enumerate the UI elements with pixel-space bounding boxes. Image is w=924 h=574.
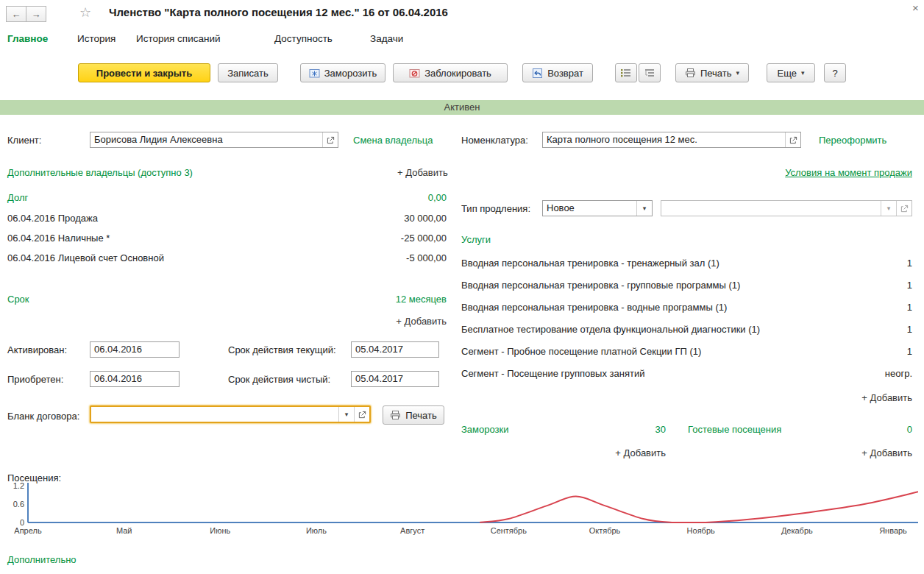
service-name: Бесплатное тестирование отдела функциона… (461, 324, 760, 335)
open-icon[interactable] (785, 132, 800, 147)
freezes-title[interactable]: Заморозки (461, 424, 508, 435)
svg-text:Ноябрь: Ноябрь (687, 526, 715, 535)
contract-form-combobox[interactable]: ▾ (90, 405, 371, 423)
contract-form-label: Бланк договора: (7, 411, 79, 422)
nomenclature-field[interactable]: Карта полного посещения 12 мес. (542, 132, 801, 148)
membership-card-window: ← → ☆ Членство "Карта полного посещения … (0, 0, 924, 574)
renewal-secondary-value (661, 201, 881, 216)
renewal-secondary-combobox[interactable]: ▾ (661, 200, 912, 216)
service-qty: неогр. (885, 368, 912, 379)
debt-row-amount: -5 000,00 (406, 252, 447, 263)
freeze-button[interactable]: Заморозить (300, 63, 385, 82)
service-qty: 1 (907, 324, 912, 335)
renewal-type-value: Новое (543, 201, 636, 216)
list-icon (620, 68, 632, 78)
debt-row-amount: -25 000,00 (401, 233, 447, 244)
page-title: Членство "Карта полного посещения 12 мес… (109, 6, 448, 18)
block-button[interactable]: Заблокировать (393, 63, 508, 82)
purchased-field[interactable]: 06.04.2016 (90, 371, 180, 387)
status-text: Активен (444, 102, 480, 113)
svg-text:Июнь: Июнь (210, 526, 230, 535)
nomenclature-label: Номенклатура: (461, 135, 528, 146)
term-title[interactable]: Срок (7, 294, 29, 305)
service-row[interactable]: Бесплатное тестирование отдела функциона… (461, 324, 912, 335)
client-field[interactable]: Борисова Лидия Алексеевна (90, 132, 338, 148)
tab-glavnoe[interactable]: Главное (7, 33, 48, 44)
valid-current-label: Срок действия текущий: (228, 344, 336, 355)
open-icon[interactable] (322, 132, 338, 147)
tab-dostupnost[interactable]: Доступность (274, 33, 333, 44)
renewal-type-combobox[interactable]: Новое ▾ (542, 200, 653, 216)
svg-text:0.6: 0.6 (13, 500, 24, 509)
refund-icon (532, 68, 543, 79)
debt-row-name: 06.04.2016 Наличные * (7, 233, 110, 244)
reissue-link[interactable]: Переоформить (819, 135, 886, 146)
more-button[interactable]: Еще ▾ (767, 63, 815, 82)
add-freeze-link[interactable]: + Добавить (615, 447, 666, 458)
contract-form-value (91, 407, 338, 422)
refund-button[interactable]: Возврат (522, 63, 593, 82)
chevron-down-icon[interactable]: ▾ (338, 407, 354, 422)
block-icon (409, 68, 420, 79)
valid-net-field[interactable]: 05.04.2017 (351, 371, 439, 387)
contract-print-button[interactable]: Печать (383, 405, 444, 425)
services-title[interactable]: Услуги (461, 234, 491, 245)
chevron-down-icon[interactable]: ▾ (881, 201, 896, 216)
service-qty: 1 (907, 280, 912, 291)
valid-current-field[interactable]: 05.04.2017 (351, 341, 439, 358)
help-button[interactable]: ? (824, 63, 846, 82)
freeze-icon (309, 68, 320, 79)
service-row[interactable]: Сегмент - Пробное посещение платной Секц… (461, 346, 912, 357)
save-button[interactable]: Записать (218, 63, 278, 82)
debt-row[interactable]: 06.04.2016 Продажа 30 000,00 (7, 213, 447, 224)
add-term-link[interactable]: + Добавить (396, 316, 447, 327)
svg-text:Май: Май (116, 526, 132, 535)
favorite-star-icon[interactable]: ☆ (79, 4, 91, 21)
service-row[interactable]: Вводная персональная тренировка - группо… (461, 280, 912, 291)
close-icon[interactable]: × (912, 1, 919, 14)
svg-text:Сентябрь: Сентябрь (491, 526, 527, 535)
valid-net-label: Срок действия чистый: (228, 374, 330, 385)
tab-zadachi[interactable]: Задачи (370, 33, 403, 44)
printer-icon (390, 410, 401, 420)
add-owner-link[interactable]: + Добавить (397, 167, 448, 178)
chevron-down-icon[interactable]: ▾ (636, 201, 652, 216)
list-view-button[interactable] (615, 63, 637, 82)
debt-title[interactable]: Долг (7, 192, 28, 203)
chevron-down-icon: ▾ (801, 69, 805, 77)
sale-terms-link[interactable]: Условия на момент продажи (785, 167, 912, 178)
tab-istoriya[interactable]: История (77, 33, 115, 44)
add-service-link[interactable]: + Добавить (861, 392, 912, 403)
tree-icon (644, 68, 655, 78)
additional-link[interactable]: Дополнительно (7, 554, 77, 565)
forward-button[interactable]: → (26, 6, 46, 22)
post-and-close-button[interactable]: Провести и закрыть (78, 63, 210, 82)
debt-row[interactable]: 06.04.2016 Наличные * -25 000,00 (7, 233, 447, 244)
svg-text:Октябрь: Октябрь (589, 526, 621, 535)
guest-visits-title[interactable]: Гостевые посещения (688, 424, 781, 435)
term-value: 12 месяцев (396, 294, 447, 305)
change-owner-link[interactable]: Смена владельца (353, 135, 433, 146)
debt-row-name: 06.04.2016 Продажа (7, 213, 98, 224)
service-row[interactable]: Вводная персональная тренировка - тренаж… (461, 258, 912, 269)
client-value: Борисова Лидия Алексеевна (90, 132, 322, 147)
service-qty: 1 (907, 346, 912, 357)
open-icon[interactable] (896, 201, 911, 216)
print-menu-button[interactable]: Печать ▾ (675, 63, 749, 82)
additional-owners-link[interactable]: Дополнительные владельцы (доступно 3) (7, 167, 193, 178)
debt-row[interactable]: 06.04.2016 Лицевой счет Основной -5 000,… (7, 252, 447, 263)
service-name: Сегмент - Посещение групповых занятий (461, 368, 644, 379)
back-button[interactable]: ← (6, 6, 26, 22)
back-icon: ← (12, 9, 21, 20)
service-name: Вводная персональная тренировка - тренаж… (461, 258, 719, 269)
service-row[interactable]: Вводная персональная тренировка - водные… (461, 302, 912, 313)
add-guest-visit-link[interactable]: + Добавить (861, 447, 912, 458)
svg-text:Декабрь: Декабрь (781, 526, 813, 535)
activated-field[interactable]: 06.04.2016 (90, 341, 180, 358)
client-label: Клиент: (7, 135, 41, 146)
tab-istoriya-spisaniy[interactable]: История списаний (136, 33, 221, 44)
open-icon[interactable] (354, 407, 369, 422)
svg-text:1.2: 1.2 (13, 481, 24, 490)
tree-view-button[interactable] (639, 63, 661, 82)
service-row[interactable]: Сегмент - Посещение групповых занятий не… (461, 368, 912, 379)
